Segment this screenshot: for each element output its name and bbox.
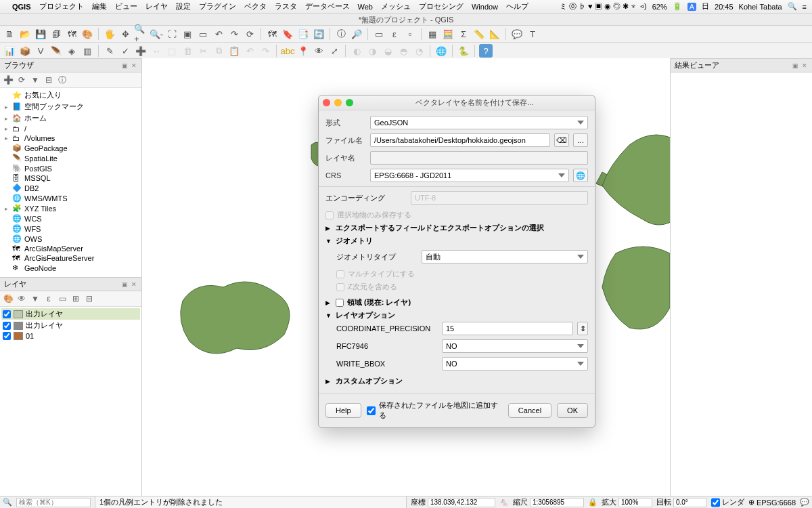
- menu-raster[interactable]: ラスタ: [275, 1, 297, 12]
- scale-input[interactable]: [530, 498, 584, 507]
- edit-save-icon[interactable]: ✓: [118, 44, 132, 58]
- tree-item[interactable]: ▸🧩XYZ Tiles: [1, 203, 140, 213]
- zoomnext-icon[interactable]: ↷: [227, 27, 241, 41]
- pan-icon[interactable]: 🖐: [103, 27, 116, 41]
- browser-prop-icon[interactable]: ⓘ: [57, 75, 68, 85]
- selectexp-icon[interactable]: ε: [388, 27, 401, 41]
- help-icon[interactable]: ?: [479, 44, 493, 58]
- bookmark-icon[interactable]: 🔖: [281, 27, 294, 41]
- custom-toggle[interactable]: ▶: [325, 378, 332, 385]
- new-project-icon[interactable]: 🗎: [3, 27, 16, 41]
- label-pin-icon[interactable]: 📍: [296, 44, 310, 58]
- tree-item[interactable]: 🪶SpatiaLite: [1, 153, 140, 163]
- layeropts-toggle[interactable]: ▼: [325, 312, 332, 319]
- select-icon[interactable]: ▭: [372, 27, 386, 41]
- menu-layer[interactable]: レイヤ: [145, 1, 168, 12]
- bookmark2-icon[interactable]: 📑: [296, 27, 310, 41]
- add-to-map-checkbox[interactable]: [367, 406, 376, 415]
- rot-input[interactable]: [673, 498, 707, 507]
- saveas-icon[interactable]: 🗐: [49, 27, 63, 41]
- crs-pick-button[interactable]: 🌐: [573, 169, 588, 182]
- identify-icon[interactable]: ⓘ: [334, 27, 348, 41]
- layers-expand-icon[interactable]: ⊞: [70, 293, 81, 304]
- menu-edit[interactable]: 編集: [92, 1, 107, 12]
- file-input[interactable]: [370, 133, 550, 147]
- layers-panel-buttons[interactable]: ▣ ✕: [122, 281, 137, 288]
- deselect-icon[interactable]: ▫: [403, 27, 417, 41]
- menu-view[interactable]: ビュー: [115, 1, 137, 12]
- tree-item[interactable]: 🐘PostGIS: [1, 163, 140, 173]
- tree-item[interactable]: 🔷DB2: [1, 183, 140, 193]
- menu-web[interactable]: Web: [358, 3, 373, 11]
- browser-tree[interactable]: ⭐お気に入り▸📘空間ブックマーク▸🏠ホーム▸🗀/▸🗀/Volumes📦GeoPa…: [0, 88, 141, 277]
- minimize-icon[interactable]: [334, 99, 342, 106]
- tree-item[interactable]: 🌐WFS: [1, 224, 140, 234]
- results-panel-buttons[interactable]: ▣ ✕: [792, 62, 808, 69]
- save-icon[interactable]: 💾: [34, 27, 47, 41]
- layers-filter-icon[interactable]: ▼: [30, 293, 41, 304]
- tree-item[interactable]: 🗺ArcGisMapServer: [1, 244, 140, 253]
- layers-eye-icon[interactable]: 👁: [16, 293, 27, 304]
- tree-item[interactable]: ⭐お気に入り: [1, 89, 140, 101]
- geom-type-select[interactable]: 自動: [422, 250, 588, 263]
- spotlight-icon[interactable]: 🔍: [788, 2, 797, 11]
- rfc-select[interactable]: NO: [442, 339, 588, 353]
- tree-item[interactable]: 📦GeoPackage: [1, 143, 140, 153]
- layers-remove-icon[interactable]: ⊟: [84, 293, 95, 304]
- file-clear-button[interactable]: ⌫: [554, 133, 569, 147]
- open-icon[interactable]: 📂: [18, 27, 32, 41]
- menu-icon[interactable]: ≡: [803, 3, 807, 11]
- tree-item[interactable]: 🗄MSSQL: [1, 173, 140, 183]
- layer-row[interactable]: 01: [1, 331, 140, 341]
- edit-pencil-icon[interactable]: ✎: [103, 44, 116, 58]
- menu-processing[interactable]: プロセシング: [419, 1, 464, 12]
- layer-row[interactable]: 出力レイヤ: [1, 320, 140, 331]
- mag-input[interactable]: [618, 498, 652, 507]
- new-spatialite-icon[interactable]: 🪶: [49, 44, 63, 58]
- menu-plugin[interactable]: プラグイン: [199, 1, 236, 12]
- ok-button[interactable]: OK: [557, 403, 588, 418]
- layout-icon[interactable]: 🗺: [65, 27, 78, 41]
- search-icon-status[interactable]: 🔍: [3, 498, 12, 507]
- format-select[interactable]: GeoJSON: [370, 116, 588, 129]
- label-move-icon[interactable]: ⤢: [328, 44, 341, 58]
- calc-icon[interactable]: 🧮: [441, 27, 455, 41]
- data-source-icon[interactable]: 📊: [3, 44, 16, 58]
- layer-input[interactable]: [370, 151, 588, 165]
- new-gpkg-icon[interactable]: 📦: [18, 44, 32, 58]
- attrib-icon[interactable]: ▦: [426, 27, 439, 41]
- layers-style-icon[interactable]: 🎨: [3, 293, 14, 304]
- measure-icon[interactable]: 📏: [472, 27, 486, 41]
- maximize-icon[interactable]: [346, 99, 353, 106]
- tree-item[interactable]: ▸🏠ホーム: [1, 112, 140, 124]
- tree-item[interactable]: ❄GeoNode: [1, 263, 140, 273]
- coord-prec-input[interactable]: [442, 322, 573, 335]
- tree-item[interactable]: ▸🗀/Volumes: [1, 133, 140, 143]
- measure2-icon[interactable]: 📐: [488, 27, 501, 41]
- file-browse-button[interactable]: …: [573, 133, 588, 147]
- zoomin-icon[interactable]: 🔍+: [134, 27, 148, 41]
- extent-toggle[interactable]: ▶: [325, 299, 332, 306]
- app-name[interactable]: QGIS: [12, 3, 31, 11]
- text-icon[interactable]: T: [526, 27, 539, 41]
- tree-item[interactable]: 🌐WCS: [1, 213, 140, 224]
- close-icon[interactable]: [323, 99, 330, 106]
- dialog-titlebar[interactable]: ベクタレイヤを名前を付けて保存...: [319, 96, 595, 110]
- layers-list[interactable]: 出力レイヤ出力レイヤ01: [0, 307, 141, 496]
- render-checkbox[interactable]: [711, 498, 720, 507]
- tree-item[interactable]: 🌐OWS: [1, 234, 140, 244]
- savemap-icon[interactable]: 🗺: [265, 27, 279, 41]
- menu-settings[interactable]: 設定: [176, 1, 191, 12]
- layer-row[interactable]: 出力レイヤ: [1, 308, 140, 320]
- new-virtual-icon[interactable]: ◈: [65, 44, 78, 58]
- layer-visibility-checkbox[interactable]: [3, 332, 11, 340]
- zoomlayer-icon[interactable]: ▭: [196, 27, 210, 41]
- geometry-toggle[interactable]: ▼: [325, 238, 332, 245]
- zoomlast-icon[interactable]: ↶: [212, 27, 225, 41]
- new-mem-icon[interactable]: ▥: [81, 44, 94, 58]
- lock-icon[interactable]: 🔒: [588, 498, 597, 507]
- new-shp-icon[interactable]: V: [34, 44, 47, 58]
- style-icon[interactable]: 🎨: [81, 27, 94, 41]
- zoomout-icon[interactable]: 🔍-: [150, 27, 163, 41]
- tips-icon[interactable]: 💬: [510, 27, 524, 41]
